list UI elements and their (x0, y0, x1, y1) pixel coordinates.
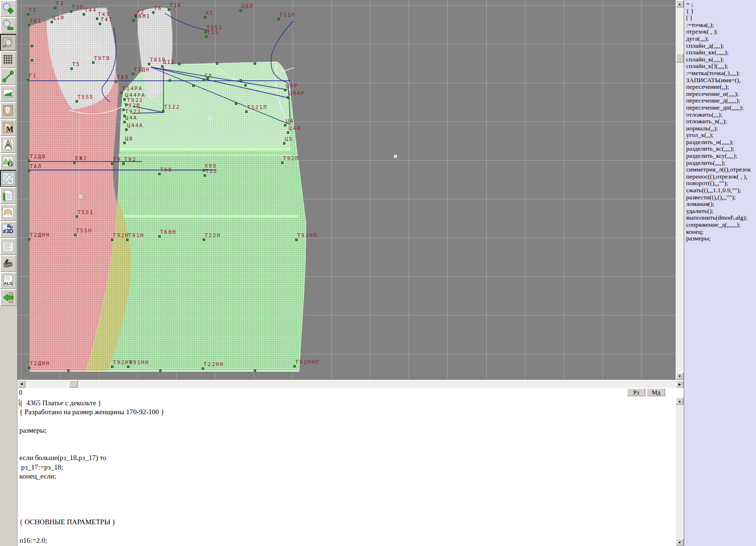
point-marker[interactable] (54, 7, 56, 9)
function-item[interactable]: развести((),(),,,""); (686, 194, 756, 201)
canvas-hscrollbar[interactable]: ◀ (17, 380, 676, 388)
point-marker[interactable] (115, 80, 117, 83)
function-item[interactable]: [ ] (686, 15, 756, 22)
code-line[interactable]: { ОСНОВНЫЕ ПАРАМЕТРЫ } (19, 518, 676, 527)
code-line[interactable] (19, 509, 676, 518)
function-item[interactable]: пересечение_н(,,,,); (686, 91, 756, 98)
point-marker[interactable] (206, 77, 209, 79)
function-item[interactable]: конец; (686, 229, 756, 236)
function-item[interactable]: ломаная(); (686, 201, 756, 208)
table-document-button[interactable] (0, 187, 17, 204)
point-marker[interactable] (27, 13, 29, 16)
point-marker[interactable] (235, 102, 237, 105)
function-item[interactable]: удалить(); (686, 208, 756, 215)
function-item[interactable]: сплайн_к(,,,,); (686, 56, 756, 63)
point-marker[interactable] (152, 11, 155, 14)
point-marker[interactable] (31, 45, 33, 47)
point-marker[interactable] (28, 367, 30, 369)
point-marker[interactable] (295, 239, 298, 241)
hscroll-thumb[interactable] (69, 380, 78, 388)
point-marker[interactable] (123, 98, 126, 101)
rz-button[interactable]: Рз (627, 388, 645, 396)
function-item[interactable]: отложить_в(,,); (686, 118, 756, 125)
code-line[interactable] (19, 417, 676, 426)
function-item[interactable]: пересечение(,,); (686, 84, 756, 91)
point-marker[interactable] (70, 68, 73, 70)
vscroll-thumb[interactable] (676, 53, 684, 63)
point-marker[interactable] (127, 366, 129, 368)
function-item[interactable]: разделить_н(,,,,,); (686, 139, 756, 146)
code-line[interactable] (19, 527, 676, 536)
point-marker[interactable] (123, 142, 126, 144)
point-marker[interactable] (169, 79, 171, 82)
function-item[interactable]: сопряжение_д(,,,,,,); (686, 222, 756, 229)
function-item[interactable]: выполнить(dmod\.alg); (686, 214, 756, 222)
grading-g-button[interactable]: G (0, 153, 17, 170)
point-marker[interactable] (240, 79, 242, 82)
point-marker[interactable] (76, 215, 78, 218)
code-line[interactable]: { Разработано на размер женщины 170-92-1… (19, 408, 676, 417)
point-marker[interactable] (204, 16, 206, 18)
point-marker[interactable] (244, 84, 247, 86)
point-marker[interactable] (168, 9, 170, 11)
zoom-window-button[interactable] (0, 34, 17, 51)
zoom-out-button[interactable] (0, 17, 17, 34)
function-item[interactable]: нормаль(,,); (686, 125, 756, 132)
function-item[interactable]: :=метка(точка(,),,,,); (686, 70, 756, 77)
text-list-button[interactable] (0, 238, 17, 255)
cyan-marker[interactable] (79, 195, 82, 198)
picture-button[interactable] (0, 85, 17, 102)
function-item[interactable]: разделить_кс(,,,,); (686, 145, 756, 153)
point-marker[interactable] (158, 235, 161, 238)
function-item[interactable]: { } (686, 8, 756, 15)
function-item[interactable]: = ; (686, 1, 756, 8)
point-marker[interactable] (202, 367, 204, 370)
function-item[interactable]: сжать((),,,1.1,0.9,""); (686, 187, 756, 194)
editor-vscrollbar[interactable]: ▲ ▼ (676, 397, 684, 546)
canvas[interactable]: Т1Т01Т3Т3ПТ44Т43Т47Ц10Х2Т6ТВМ1Т16Х1Ц6ПТ1… (17, 0, 676, 380)
point-marker[interactable] (111, 162, 113, 165)
point-marker[interactable] (204, 174, 206, 177)
point-marker[interactable] (287, 96, 289, 99)
exit-button[interactable] (0, 289, 17, 306)
point-marker[interactable] (293, 365, 296, 367)
drafting-tools-button[interactable] (0, 136, 17, 153)
code-line[interactable]: п16:=2.0; (19, 536, 676, 545)
function-item[interactable]: угол_к(,,); (686, 132, 756, 139)
function-item[interactable]: пересечение_дн(,,,,,); (686, 104, 756, 111)
cyan-marker[interactable] (204, 215, 206, 218)
point-marker[interactable] (28, 170, 30, 172)
point-marker[interactable] (148, 63, 150, 65)
function-item[interactable]: отложить(,,,); (686, 111, 756, 119)
point-marker[interactable] (277, 18, 280, 20)
point-marker[interactable] (83, 13, 85, 16)
point-marker[interactable] (125, 128, 128, 131)
point-marker[interactable] (161, 65, 163, 68)
point-marker[interactable] (74, 234, 77, 236)
point-marker[interactable] (96, 17, 98, 20)
point-marker[interactable] (67, 369, 69, 372)
point-marker[interactable] (111, 366, 113, 368)
code-line[interactable]: если больше(рз_18,рз_17) то (19, 453, 676, 462)
pattern-piece-button[interactable] (0, 102, 17, 119)
point-marker[interactable] (70, 10, 72, 13)
function-item[interactable]: :=точка(,); (686, 22, 756, 29)
point-marker[interactable] (27, 79, 29, 81)
point-marker[interactable] (132, 19, 135, 22)
point-marker[interactable] (51, 21, 53, 23)
md-button[interactable]: Мд (647, 388, 665, 396)
scroll-left-button[interactable]: ◀ (17, 380, 26, 388)
point-marker[interactable] (73, 162, 76, 164)
function-item[interactable]: сплайн_кк(,,,,,); (686, 49, 756, 56)
editor-scroll-down-button[interactable]: ▼ (676, 538, 684, 546)
point-marker[interactable] (203, 79, 205, 81)
ruler-button[interactable]: 78 (0, 170, 17, 187)
function-item[interactable]: перенос((),отрезок( , ), (686, 173, 756, 180)
cyan-marker[interactable] (394, 155, 397, 158)
books-button[interactable] (0, 255, 17, 272)
point-marker[interactable] (132, 73, 134, 75)
point-marker[interactable] (216, 62, 218, 65)
function-item[interactable]: дуга(,,,); (686, 35, 756, 43)
point-marker[interactable] (162, 110, 164, 112)
model-m-button[interactable]: M (0, 119, 17, 136)
